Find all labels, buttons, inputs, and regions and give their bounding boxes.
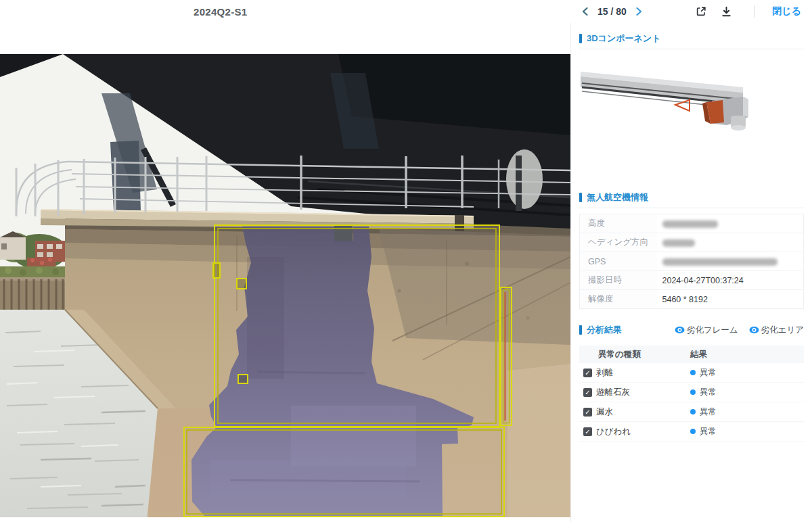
download-button[interactable] — [719, 4, 734, 19]
eye-icon — [749, 326, 759, 334]
inspection-photo-viewer[interactable] — [0, 54, 570, 522]
uav-label-datetime: 撮影日時 — [580, 271, 657, 290]
table-row: GPS — [580, 252, 804, 271]
table-row: ヘディング方向 — [580, 233, 804, 252]
degradation-frame-small-3[interactable] — [238, 375, 248, 383]
prev-page-button[interactable] — [579, 5, 591, 18]
uav-label-gps: GPS — [580, 252, 657, 271]
section-uav-title-text: 無人航空機情報 — [587, 191, 648, 204]
status-dot — [690, 370, 696, 375]
anomaly-type-label: 剥離 — [596, 367, 613, 379]
table-row: ✓ひびわれ 異常 — [579, 422, 804, 442]
checkbox-peeling[interactable]: ✓ — [583, 369, 592, 377]
pagination-label: 15 / 80 — [597, 6, 627, 17]
anomaly-type-label: 漏水 — [596, 406, 613, 418]
photo-bottom-margin — [0, 517, 570, 522]
close-button[interactable]: 閉じる — [772, 5, 801, 18]
top-bar-divider — [754, 5, 754, 18]
anomaly-type-label: 遊離石灰 — [596, 387, 630, 398]
uav-value-altitude — [657, 214, 804, 233]
3d-viewport[interactable] — [579, 49, 804, 182]
toggle-area-label: 劣化エリア — [761, 325, 804, 336]
analysis-results-table: 異常の種類 結果 ✓剥離 異常 ✓遊離石灰 異常 ✓漏水 異常 ✓ひびわれ — [579, 346, 804, 442]
top-bar-controls: 15 / 80 閉じる — [570, 0, 812, 23]
status-dot — [690, 409, 696, 414]
uav-value-gps — [657, 252, 804, 271]
section-uav-info: 無人航空機情報 高度 ヘディング方向 GPS 撮影日時 2024-04-27T0 — [579, 191, 804, 309]
status-dot — [690, 389, 696, 395]
uav-value-resolution: 5460 * 8192 — [657, 290, 804, 309]
section-3d-title-text: 3Dコンポーネント — [587, 32, 660, 45]
table-row: 解像度 5460 * 8192 — [580, 290, 804, 309]
result-label: 異常 — [700, 406, 717, 418]
uav-info-table: 高度 ヘディング方向 GPS 撮影日時 2024-04-27T00:37:24 … — [579, 214, 804, 309]
section-uav-title: 無人航空機情報 — [579, 191, 804, 208]
degradation-frame-small-2[interactable] — [237, 279, 246, 289]
col-anomaly-type: 異常の種類 — [579, 346, 690, 363]
checkbox-crack[interactable]: ✓ — [583, 427, 592, 436]
page-title: 2024Q2-S1 — [194, 6, 247, 18]
top-bar: 2024Q2-S1 15 / 80 閉じる — [0, 0, 812, 23]
checkbox-water-leak[interactable]: ✓ — [583, 408, 592, 417]
toggle-degradation-area[interactable]: 劣化エリア — [749, 325, 804, 336]
section-accent-bar — [579, 325, 582, 335]
inspection-photo — [0, 54, 570, 522]
download-icon — [721, 5, 732, 18]
toggle-degradation-frame[interactable]: 劣化フレーム — [675, 325, 738, 336]
overlay-toggles: 劣化フレーム 劣化エリア — [675, 325, 804, 336]
open-in-new-button[interactable] — [694, 4, 708, 19]
eye-icon — [675, 326, 685, 334]
table-row: 高度 — [580, 214, 804, 233]
section-3d-component: 3Dコンポーネント — [579, 32, 804, 182]
table-row: ✓漏水 異常 — [579, 402, 804, 422]
section-accent-bar — [579, 193, 582, 202]
chevron-right-icon — [634, 6, 644, 17]
riverbank-background — [0, 231, 68, 311]
pier-top-fixture — [334, 224, 353, 243]
open-in-new-icon — [695, 5, 707, 18]
next-page-button[interactable] — [633, 5, 645, 18]
uav-label-altitude: 高度 — [580, 214, 657, 233]
redacted-value — [662, 239, 695, 247]
redacted-value — [662, 258, 777, 266]
uav-value-datetime: 2024-04-27T00:37:24 — [657, 271, 804, 290]
chevron-left-icon — [581, 6, 590, 17]
uav-label-heading: ヘディング方向 — [580, 233, 657, 252]
section-3d-title: 3Dコンポーネント — [579, 32, 804, 49]
section-analysis-title: 分析結果 — [579, 324, 622, 336]
table-row: ✓剥離 異常 — [579, 363, 804, 383]
section-accent-bar — [579, 34, 582, 43]
uav-label-resolution: 解像度 — [580, 290, 657, 309]
result-label: 異常 — [700, 367, 717, 379]
section-analysis-title-text: 分析結果 — [587, 324, 622, 336]
result-label: 異常 — [700, 426, 717, 437]
section-analysis: 分析結果 劣化フレーム 劣化エリア 異常の種類 結果 — [579, 324, 804, 442]
anomaly-type-label: ひびわれ — [596, 426, 631, 437]
table-header-row: 異常の種類 結果 — [579, 346, 804, 363]
table-row: ✓遊離石灰 異常 — [579, 383, 804, 402]
section-analysis-header: 分析結果 劣化フレーム 劣化エリア — [579, 324, 804, 340]
pager: 15 / 80 — [579, 5, 645, 18]
bridge-inspection-app: 2024Q2-S1 15 / 80 閉じる — [0, 0, 812, 522]
toggle-frame-label: 劣化フレーム — [687, 325, 738, 336]
table-row: 撮影日時 2024-04-27T00:37:24 — [580, 271, 804, 290]
tool-group — [694, 4, 734, 19]
3d-component-model — [579, 49, 805, 182]
detail-sidebar: 3Dコンポーネント — [570, 23, 812, 522]
col-result: 結果 — [690, 346, 804, 363]
checkbox-free-lime[interactable]: ✓ — [583, 388, 592, 397]
result-label: 異常 — [700, 387, 717, 398]
status-dot — [690, 429, 696, 434]
redacted-value — [662, 220, 718, 228]
uav-value-heading — [657, 233, 804, 252]
degradation-frame-small-1[interactable] — [213, 263, 220, 278]
